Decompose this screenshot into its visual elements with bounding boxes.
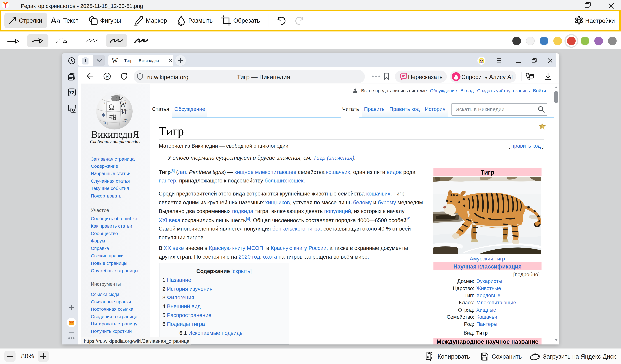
svg-text:Я: Я bbox=[105, 74, 109, 79]
svg-text:Ω: Ω bbox=[108, 103, 114, 111]
svg-text:ф: ф bbox=[102, 112, 105, 117]
svg-text:п: п bbox=[104, 120, 106, 125]
svg-text:W: W bbox=[120, 100, 126, 109]
svg-text:И: И bbox=[121, 108, 126, 116]
svg-text:1: 1 bbox=[84, 58, 87, 63]
svg-text:7: 7 bbox=[124, 118, 127, 124]
